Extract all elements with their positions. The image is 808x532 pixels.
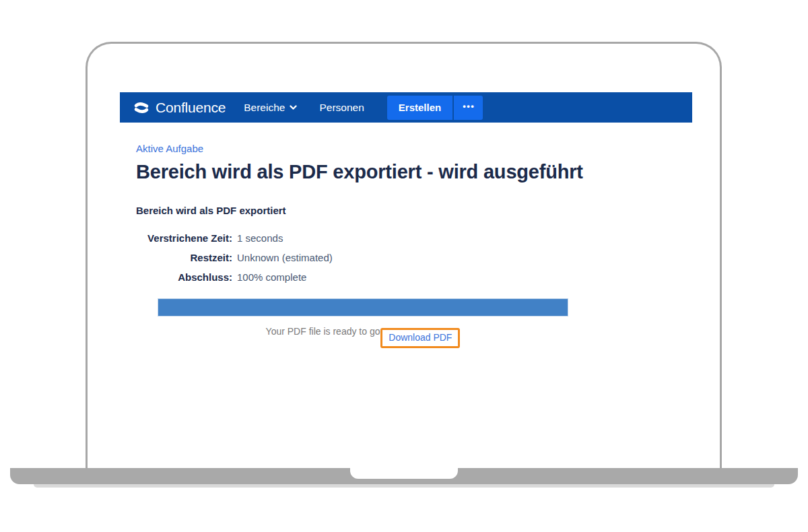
download-pdf-link[interactable]: Download PDF bbox=[389, 332, 452, 343]
progress-bar bbox=[158, 298, 568, 317]
nav-item-label: Personen bbox=[319, 102, 364, 114]
laptop-base-notch bbox=[350, 468, 458, 479]
page-title: Bereich wird als PDF exportiert - wird a… bbox=[136, 160, 720, 183]
progress-bar-fill bbox=[158, 299, 568, 316]
breadcrumb-active-task-link[interactable]: Aktive Aufgabe bbox=[136, 143, 203, 154]
nav-item-bereiche[interactable]: Bereiche bbox=[244, 102, 297, 114]
detail-value: Unknown (estimated) bbox=[237, 248, 333, 267]
navbar-action-buttons: Erstellen ••• bbox=[387, 96, 483, 120]
detail-value: 100% complete bbox=[237, 267, 306, 287]
laptop-base bbox=[10, 468, 798, 484]
laptop-base-shadow bbox=[34, 484, 774, 488]
confluence-navbar: Confluence Bereiche Personen Erstellen •… bbox=[120, 92, 692, 123]
nav-item-personen[interactable]: Personen bbox=[319, 102, 364, 114]
ready-text: Your PDF file is ready to go. bbox=[266, 326, 383, 337]
detail-label: Verstrichene Zeit: bbox=[136, 228, 232, 248]
task-details: Verstrichene Zeit: 1 seconds Restzeit: U… bbox=[136, 228, 720, 287]
more-options-button[interactable]: ••• bbox=[454, 96, 483, 120]
brand-name: Confluence bbox=[156, 100, 226, 116]
detail-value: 1 seconds bbox=[237, 228, 283, 248]
detail-row-elapsed: Verstrichene Zeit: 1 seconds bbox=[136, 228, 720, 248]
task-subtitle: Bereich wird als PDF exportiert bbox=[136, 205, 720, 216]
nav-item-label: Bereiche bbox=[244, 102, 285, 114]
confluence-brand[interactable]: Confluence bbox=[133, 100, 226, 116]
laptop-screen: Confluence Bereiche Personen Erstellen •… bbox=[86, 42, 722, 468]
detail-row-completion: Abschluss: 100% complete bbox=[136, 267, 720, 287]
ready-message: Your PDF file is ready to go. Download P… bbox=[158, 326, 568, 348]
confluence-logo-icon bbox=[133, 100, 149, 116]
page-content: Aktive Aufgabe Bereich wird als PDF expo… bbox=[88, 123, 720, 348]
create-button[interactable]: Erstellen bbox=[387, 96, 452, 120]
chevron-down-icon bbox=[290, 105, 297, 110]
detail-label: Abschluss: bbox=[136, 267, 232, 287]
annotation-highlight-box: Download PDF bbox=[380, 328, 460, 348]
detail-row-remaining: Restzeit: Unknown (estimated) bbox=[136, 248, 720, 267]
detail-label: Restzeit: bbox=[136, 248, 232, 267]
